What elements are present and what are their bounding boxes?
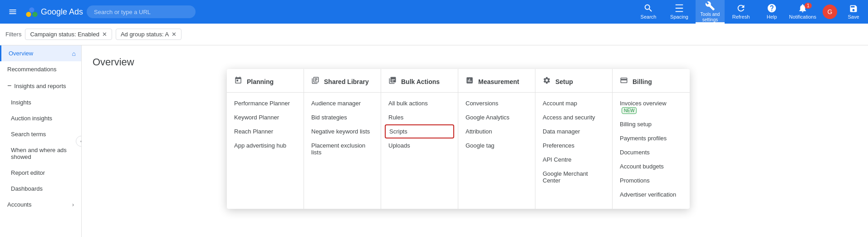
planning-header-label: Planning xyxy=(247,78,274,85)
conversions-item[interactable]: Conversions xyxy=(458,96,535,110)
promotions-item[interactable]: Promotions xyxy=(613,173,690,188)
home-icon: ⌂ xyxy=(72,50,76,57)
sidebar-item-insights[interactable]: Insights xyxy=(0,94,81,110)
accounts-chevron: › xyxy=(72,202,74,208)
shared-library-header-label: Shared Library xyxy=(324,78,369,85)
help-nav-label: Help xyxy=(767,14,777,20)
bulk-actions-header-label: Bulk Actions xyxy=(401,78,440,85)
rules-item[interactable]: Rules xyxy=(381,110,458,124)
ad-group-status-filter[interactable]: Ad group status: A ✕ xyxy=(116,29,181,40)
active-indicator xyxy=(696,22,725,24)
sidebar-item-report-editor[interactable]: Report editor xyxy=(0,165,81,181)
svg-point-0 xyxy=(26,12,31,17)
sidebar: Overview ⌂ Recommendations − Insights an… xyxy=(0,45,82,237)
account-map-item[interactable]: Account map xyxy=(535,96,612,110)
performance-planner-item[interactable]: Performance Planner xyxy=(227,96,304,110)
dropdown-col-planning: Planning Performance Planner Keyword Pla… xyxy=(227,69,304,209)
bulk-actions-header: Bulk Actions xyxy=(381,76,458,93)
sidebar-item-accounts[interactable]: Accounts › xyxy=(0,197,81,212)
campaign-status-filter[interactable]: Campaign status: Enabled ✕ xyxy=(25,29,112,40)
sidebar-label-insights-reports: Insights and reports xyxy=(14,83,66,89)
sidebar-label-overview: Overview xyxy=(9,50,33,57)
campaign-status-close[interactable]: ✕ xyxy=(102,31,107,38)
sidebar-label-search-terms: Search terms xyxy=(11,131,46,138)
keyword-planner-item[interactable]: Keyword Planner xyxy=(227,110,304,124)
main-layout: Overview ⌂ Recommendations − Insights an… xyxy=(0,45,868,237)
measurement-header: Measurement xyxy=(458,76,535,93)
scripts-item[interactable]: Scripts xyxy=(385,124,454,138)
refresh-nav-button[interactable]: Refresh xyxy=(726,0,755,24)
placement-exclusion-lists-item[interactable]: Placement exclusion lists xyxy=(304,138,381,159)
dropdown-col-measurement: Measurement Conversions Google Analytics… xyxy=(458,69,535,209)
ad-group-status-close[interactable]: ✕ xyxy=(172,31,177,38)
sidebar-label-accounts: Accounts xyxy=(7,201,31,208)
invoices-overview-item[interactable]: Invoices overview NEW xyxy=(613,96,690,117)
ad-group-status-label: Ad group status: A xyxy=(121,31,169,38)
save-label: Save xyxy=(848,14,859,20)
top-nav-left: Google Ads Search or type a URL xyxy=(4,3,634,21)
help-nav-button[interactable]: Help xyxy=(757,0,786,24)
filter-bar: Filters Campaign status: Enabled ✕ Ad gr… xyxy=(0,24,868,45)
tools-nav-button[interactable]: Tools andsettings xyxy=(696,0,725,24)
setup-icon xyxy=(543,76,551,87)
search-nav-label: Search xyxy=(641,14,657,20)
advertiser-verification-item[interactable]: Advertiser verification xyxy=(613,188,690,202)
planning-header: Planning xyxy=(227,76,304,93)
google-merchant-center-item[interactable]: Google Merchant Center xyxy=(535,167,612,188)
sidebar-item-recommendations[interactable]: Recommendations xyxy=(0,61,81,77)
invoices-overview-label: Invoices overview xyxy=(620,100,667,107)
user-avatar[interactable]: G xyxy=(823,5,837,19)
uploads-item[interactable]: Uploads xyxy=(381,138,458,153)
sidebar-item-auction-insights[interactable]: Auction insights xyxy=(0,110,81,126)
page-title: Overview xyxy=(93,56,857,68)
negative-keyword-lists-item[interactable]: Negative keyword lists xyxy=(304,124,381,138)
google-ads-logo[interactable]: Google Ads xyxy=(25,5,83,18)
attribution-item[interactable]: Attribution xyxy=(458,124,535,138)
google-tag-item[interactable]: Google tag xyxy=(458,138,535,153)
sidebar-item-dashboards[interactable]: Dashboards xyxy=(0,181,81,197)
setup-header-label: Setup xyxy=(555,78,573,85)
save-button[interactable]: Save xyxy=(843,0,864,24)
dropdown-col-bulk-actions: Bulk Actions All bulk actions Rules Scri… xyxy=(381,69,458,209)
account-budgets-item[interactable]: Account budgets xyxy=(613,159,690,173)
payments-profiles-item[interactable]: Payments profiles xyxy=(613,131,690,145)
measurement-header-label: Measurement xyxy=(478,78,519,85)
sidebar-label-insights: Insights xyxy=(11,99,31,106)
campaign-status-label: Campaign status: Enabled xyxy=(30,31,99,38)
sidebar-item-when-where[interactable]: When and where ads showed xyxy=(0,142,81,165)
collapse-icon: − xyxy=(7,82,11,90)
refresh-nav-label: Refresh xyxy=(732,14,750,20)
shared-library-header: Shared Library xyxy=(304,76,381,93)
access-and-security-item[interactable]: Access and security xyxy=(535,110,612,124)
search-nav-button[interactable]: Search xyxy=(634,0,663,24)
svg-point-2 xyxy=(29,7,34,12)
sidebar-item-search-terms[interactable]: Search terms xyxy=(0,126,81,142)
documents-item[interactable]: Documents xyxy=(613,145,690,159)
hamburger-button[interactable] xyxy=(4,3,22,21)
setup-header: Setup xyxy=(535,76,612,93)
notifications-nav-label: Notifications xyxy=(789,14,816,20)
sidebar-group-insights-reports[interactable]: − Insights and reports xyxy=(0,77,81,94)
search-bar[interactable]: Search or type a URL xyxy=(87,5,196,18)
measurement-icon xyxy=(466,76,474,87)
google-analytics-item[interactable]: Google Analytics xyxy=(458,110,535,124)
dropdown-col-billing: Billing Invoices overview NEW Billing se… xyxy=(613,69,690,209)
notifications-nav-button[interactable]: 1 Notifications xyxy=(788,0,817,24)
dropdown-col-shared-library: Shared Library Audience manager Bid stra… xyxy=(304,69,381,209)
bid-strategies-item[interactable]: Bid strategies xyxy=(304,110,381,124)
dropdown-col-setup: Setup Account map Access and security Da… xyxy=(535,69,613,209)
sidebar-item-overview[interactable]: Overview ⌂ xyxy=(0,45,81,61)
data-manager-item[interactable]: Data manager xyxy=(535,124,612,138)
sidebar-label-auction-insights: Auction insights xyxy=(11,115,52,122)
preferences-item[interactable]: Preferences xyxy=(535,138,612,153)
billing-setup-item[interactable]: Billing setup xyxy=(613,117,690,131)
bulk-actions-icon xyxy=(388,76,397,87)
app-advertising-hub-item[interactable]: App advertising hub xyxy=(227,138,304,153)
audience-manager-item[interactable]: Audience manager xyxy=(304,96,381,110)
all-bulk-actions-item[interactable]: All bulk actions xyxy=(381,96,458,110)
api-centre-item[interactable]: API Centre xyxy=(535,153,612,167)
invoices-new-badge: NEW xyxy=(622,107,637,114)
filters-label: Filters xyxy=(5,31,21,38)
spacing-nav-button[interactable]: Spacing xyxy=(665,0,694,24)
reach-planner-item[interactable]: Reach Planner xyxy=(227,124,304,138)
